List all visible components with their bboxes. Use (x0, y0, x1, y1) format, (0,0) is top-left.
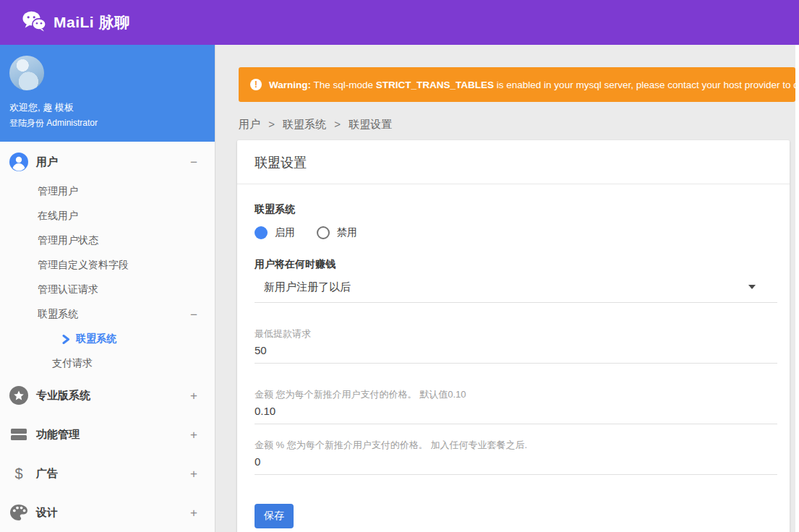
caret-down-icon (748, 285, 756, 289)
sidebar-item-manage-users[interactable]: 管理用户 (0, 179, 215, 204)
collapse-toggle[interactable]: − (190, 309, 197, 321)
affiliate-settings-card: 联盟设置 联盟系统 启用 禁用 用户将在何时赚钱 新用户注册了以后 最低提款请求 (237, 140, 790, 532)
welcome-text: 欢迎您, 趣 模板 (9, 101, 205, 114)
expand-toggle[interactable]: + (190, 468, 197, 480)
sidebar-item-design[interactable]: 设计 + (0, 493, 215, 532)
warning-banner: ! Warning: The sql-mode STRICT_TRANS_TAB… (239, 67, 795, 102)
referral-percent-label: 金额 % 您为每个新推介用户支付的价格。 加入任何专业套餐之后. (255, 439, 777, 452)
brand-title: MaiLi 脉聊 (54, 12, 130, 33)
palette-icon (9, 504, 28, 521)
breadcrumb-separator: > (268, 118, 275, 130)
breadcrumb-item-affiliate-settings[interactable]: 联盟设置 (349, 118, 392, 130)
card-title: 联盟设置 (237, 140, 790, 184)
sidebar-item-users[interactable]: 用户 − (0, 145, 215, 179)
sidebar-item-label: 用户 (36, 155, 190, 169)
warning-sql-mode: STRICT_TRANS_TABLES (376, 80, 494, 90)
earn-timing-select[interactable]: 新用户注册了以后 (255, 277, 777, 303)
referral-percent-field: 金额 % 您为每个新推介用户支付的价格。 加入任何专业套餐之后. (255, 439, 777, 475)
wechat-icon (22, 10, 46, 35)
avatar (9, 56, 44, 90)
save-button[interactable]: 保存 (255, 504, 294, 528)
breadcrumb: 用户 > 联盟系统 > 联盟设置 (239, 118, 799, 132)
affiliate-radio-group: 启用 禁用 (255, 226, 777, 239)
sidebar-item-payment-requests[interactable]: 支付请求 (0, 351, 215, 376)
referral-amount-label: 金额 您为每个新推介用户支付的价格。 默认值0.10 (255, 388, 777, 401)
submenu-label: 在线用户 (38, 210, 197, 223)
min-withdraw-input[interactable] (255, 340, 777, 364)
sidebar-item-feature-management[interactable]: 功能管理 + (0, 415, 215, 454)
sidebar-item-verification-requests[interactable]: 管理认证请求 (0, 278, 215, 302)
exclamation-circle-icon: ! (250, 79, 262, 90)
dollar-icon: $ (9, 466, 28, 482)
expand-toggle[interactable]: + (190, 429, 197, 441)
breadcrumb-item-affiliate-system[interactable]: 联盟系统 (283, 118, 326, 130)
star-circle-icon (9, 386, 28, 405)
sidebar-item-custom-fields[interactable]: 管理自定义资料字段 (0, 253, 215, 278)
submenu-label: 管理用户 (38, 185, 197, 198)
warning-text: The sql-mode (311, 80, 376, 90)
submenu-label: 联盟系统 (38, 308, 190, 321)
breadcrumb-separator: > (334, 118, 341, 130)
radio-disabled[interactable] (317, 226, 330, 239)
collapse-toggle[interactable]: − (190, 156, 197, 168)
brand-logo[interactable]: MaiLi 脉聊 (22, 10, 130, 35)
radio-enabled-label[interactable]: 启用 (275, 226, 295, 239)
sidebar-item-label: 功能管理 (36, 428, 190, 442)
min-withdraw-label: 最低提款请求 (255, 327, 777, 340)
expand-toggle[interactable]: + (190, 507, 197, 519)
submenu-label: 管理自定义资料字段 (38, 259, 197, 272)
expand-toggle[interactable]: + (190, 390, 197, 402)
earn-timing-selected-value: 新用户注册了以后 (264, 280, 351, 293)
sidebar-menu: 用户 − 管理用户 在线用户 管理用户状态 管理自定义资料字段 管理认证请求 联… (0, 142, 215, 532)
stream-icon (9, 426, 28, 442)
earn-timing-label: 用户将在何时赚钱 (255, 258, 777, 271)
sidebar-item-ads[interactable]: $ 广告 + (0, 454, 215, 493)
sidebar-item-label: 设计 (36, 506, 190, 520)
user-circle-icon (9, 153, 28, 171)
main-content: ! Warning: The sql-mode STRICT_TRANS_TAB… (215, 45, 799, 532)
radio-disabled-label[interactable]: 禁用 (337, 226, 357, 239)
warning-text: is enabled in your mysql server, please … (494, 80, 795, 90)
scrollbar-track[interactable] (795, 45, 799, 532)
submenu-label: 管理用户状态 (38, 234, 197, 247)
min-withdraw-field: 最低提款请求 (255, 327, 777, 364)
radio-enabled[interactable] (255, 226, 268, 239)
chevron-right-icon (62, 335, 70, 344)
breadcrumb-item-users[interactable]: 用户 (239, 118, 260, 130)
sidebar-item-affiliate-group[interactable]: 联盟系统 − (0, 302, 215, 327)
referral-amount-input[interactable] (255, 401, 777, 424)
sidebar-item-online-users[interactable]: 在线用户 (0, 204, 215, 228)
sidebar-item-affiliate-settings-active[interactable]: 联盟系统 (0, 327, 215, 351)
submenu-label: 联盟系统 (76, 332, 197, 346)
warning-label: Warning: (269, 80, 311, 90)
submenu-label: 管理认证请求 (38, 283, 197, 296)
user-panel: 欢迎您, 趣 模板 登陆身份 Administrator (0, 45, 215, 142)
sidebar-item-label: 广告 (36, 467, 190, 481)
affiliate-system-label: 联盟系统 (255, 203, 777, 216)
sidebar-item-label: 专业版系统 (36, 389, 190, 403)
role-text: 登陆身份 Administrator (9, 117, 205, 129)
referral-amount-field: 金额 您为每个新推介用户支付的价格。 默认值0.10 (255, 388, 777, 424)
sidebar-item-pro-system[interactable]: 专业版系统 + (0, 376, 215, 415)
referral-percent-input[interactable] (255, 452, 777, 475)
submenu-label: 支付请求 (52, 357, 197, 370)
sidebar-item-user-status[interactable]: 管理用户状态 (0, 228, 215, 253)
sidebar: 欢迎您, 趣 模板 登陆身份 Administrator 用户 − 管理用户 (0, 45, 215, 532)
app-header: MaiLi 脉聊 (0, 0, 799, 45)
